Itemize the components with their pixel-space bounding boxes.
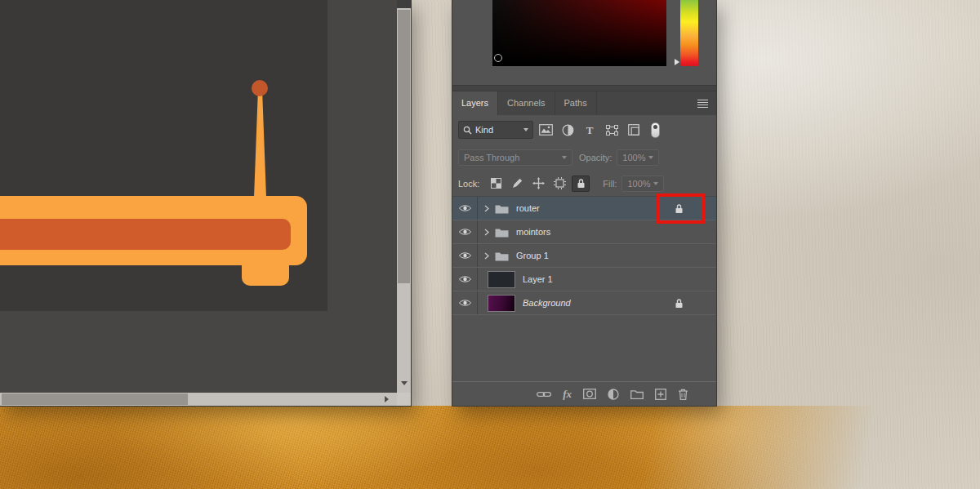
document-canvas[interactable]: [0, 0, 327, 311]
toggle-dot: [653, 125, 657, 129]
vertical-scrollbar-track[interactable]: [397, 0, 411, 393]
panel-tab-bar: Layers Channels Paths: [452, 91, 716, 115]
lock-label: Lock:: [458, 179, 479, 189]
blend-options-row: Pass Through Opacity: 100%: [452, 144, 716, 171]
kind-filter-dropdown[interactable]: Kind: [458, 121, 533, 139]
delete-layer-button[interactable]: [678, 389, 688, 400]
horizontal-scrollbar-thumb[interactable]: [2, 393, 188, 405]
scroll-down-button[interactable]: [397, 375, 411, 391]
visibility-toggle[interactable]: [452, 244, 478, 267]
lock-artboard-button[interactable]: [550, 176, 568, 192]
scroll-right-button[interactable]: [379, 393, 394, 406]
half-circle-icon: [608, 389, 619, 400]
lock-position-button[interactable]: [529, 176, 547, 192]
filter-type-layers-button[interactable]: T: [580, 121, 599, 139]
layer-thumbnail[interactable]: [488, 295, 515, 312]
type-icon: T: [586, 125, 594, 136]
saturation-brightness-field[interactable]: [492, 0, 666, 66]
hamburger-menu-icon: [697, 99, 708, 108]
folder-icon: [630, 389, 644, 399]
disclosure-triangle-icon[interactable]: [484, 252, 489, 260]
chevron-down-icon: [401, 381, 408, 385]
image-icon: [539, 124, 553, 136]
eye-icon: [459, 299, 471, 307]
opacity-label: Opacity:: [579, 153, 612, 162]
folder-icon: [495, 203, 509, 214]
scrollbar-top-cap: [397, 0, 411, 8]
eye-icon: [459, 251, 471, 260]
fx-icon: fx: [563, 389, 572, 399]
lock-transparency-button[interactable]: [487, 176, 505, 192]
layer-row-mointors[interactable]: mointors: [452, 220, 716, 244]
layer-row-group-1[interactable]: Group 1: [452, 244, 716, 268]
panel-menu-button[interactable]: [688, 91, 716, 115]
new-group-button[interactable]: [630, 389, 644, 399]
filter-pixel-layers-button[interactable]: [536, 121, 555, 139]
layer-thumbnail[interactable]: [488, 271, 515, 288]
artwork-router-foot: [242, 265, 289, 286]
filter-shape-layers-button[interactable]: [602, 121, 621, 139]
tab-channels[interactable]: Channels: [498, 91, 555, 115]
lock-all-button[interactable]: [572, 176, 590, 192]
link-layers-button[interactable]: [537, 390, 551, 398]
panel-divider: [452, 85, 716, 91]
artboard-icon: [554, 177, 566, 189]
disclosure-triangle-icon[interactable]: [484, 229, 489, 236]
opacity-value: 100%: [622, 153, 645, 162]
tab-layers[interactable]: Layers: [452, 91, 498, 115]
brush-icon: [512, 178, 523, 189]
hue-slider-arrow-icon[interactable]: [675, 59, 679, 65]
filter-smart-objects-button[interactable]: [624, 121, 644, 139]
folder-icon: [495, 251, 509, 261]
filter-adjustment-layers-button[interactable]: [558, 121, 577, 139]
fill-label: Fill:: [603, 179, 617, 189]
filter-toggle-switch[interactable]: [651, 122, 660, 138]
artwork-router-antenna-tip: [252, 80, 268, 96]
fill-value: 100%: [627, 179, 650, 189]
horizontal-scrollbar-track[interactable]: [0, 393, 397, 406]
search-icon: [463, 126, 472, 135]
tab-paths[interactable]: Paths: [555, 91, 597, 115]
visibility-toggle[interactable]: [452, 197, 478, 220]
layer-name: mointors: [516, 227, 550, 237]
layer-row-layer-1[interactable]: Layer 1: [452, 268, 716, 291]
layer-row-background[interactable]: Background: [452, 291, 716, 315]
eye-icon: [459, 204, 471, 212]
layer-name: router: [516, 203, 540, 213]
layers-panel: Layers Channels Paths Kind: [452, 0, 716, 406]
artwork-router-antenna: [254, 93, 266, 198]
color-picker-cursor[interactable]: [494, 54, 502, 62]
lock-pixels-button[interactable]: [508, 176, 526, 192]
disclosure-triangle-icon[interactable]: [484, 205, 489, 212]
visibility-toggle[interactable]: [452, 291, 478, 314]
checkerboard-icon: [491, 178, 501, 189]
scrollbar-corner: [397, 393, 411, 406]
shape-icon: [606, 125, 618, 136]
blend-mode-dropdown[interactable]: Pass Through: [458, 149, 572, 166]
layer-style-button[interactable]: fx: [563, 389, 572, 399]
kind-filter-label: Kind: [475, 125, 493, 135]
vertical-scrollbar-thumb[interactable]: [398, 10, 410, 283]
trash-icon: [678, 389, 688, 400]
opacity-dropdown[interactable]: 100%: [617, 149, 659, 166]
chevron-down-icon: [653, 182, 658, 185]
move-icon: [532, 177, 545, 189]
layer-name: Group 1: [516, 251, 549, 260]
chain-link-icon: [537, 390, 551, 398]
visibility-toggle[interactable]: [452, 268, 478, 291]
hue-slider[interactable]: [680, 0, 698, 66]
document-window: [0, 0, 411, 406]
mask-icon: [583, 389, 596, 399]
visibility-toggle[interactable]: [452, 220, 478, 243]
new-layer-button[interactable]: [655, 389, 666, 400]
add-mask-button[interactable]: [583, 389, 596, 399]
padlock-icon: [675, 298, 684, 309]
padlock-icon: [577, 178, 586, 189]
chevron-down-icon: [648, 156, 653, 159]
color-picker-panel: [452, 0, 716, 85]
artwork-router-stripe: [0, 219, 291, 250]
eye-icon: [459, 228, 471, 236]
fill-dropdown[interactable]: 100%: [621, 176, 664, 192]
blend-mode-value: Pass Through: [464, 153, 519, 162]
adjustment-layer-button[interactable]: [608, 389, 619, 400]
